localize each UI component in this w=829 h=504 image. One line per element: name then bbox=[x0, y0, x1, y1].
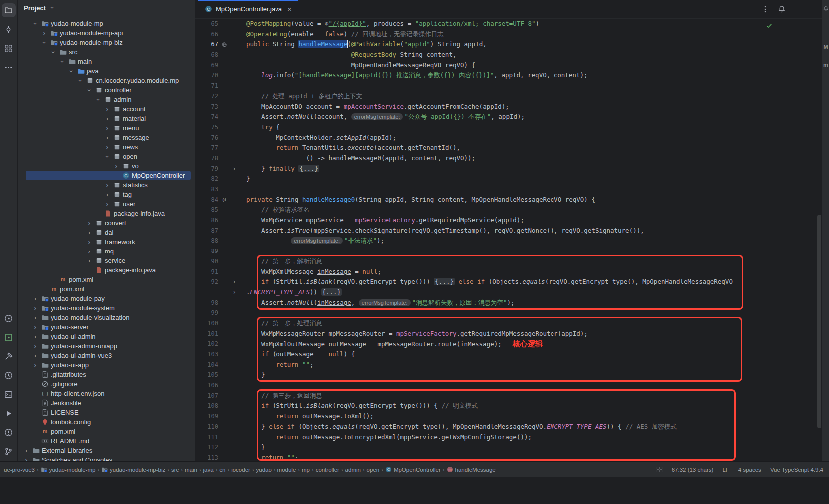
tree-item-yudao-ui-app[interactable]: ›yudao-ui-app bbox=[18, 360, 195, 370]
line-number[interactable]: 92 bbox=[195, 277, 218, 287]
line-number[interactable]: 104 bbox=[195, 360, 218, 370]
tree-item-mpopencontroller[interactable]: CMpOpenController bbox=[18, 171, 195, 180]
tree-item-lombok-config[interactable]: lombok.config bbox=[18, 417, 195, 427]
code-line[interactable]: 75 try { bbox=[195, 122, 822, 133]
code-line[interactable]: 106 bbox=[195, 380, 822, 391]
breadcrumb-item[interactable]: CMpOpenController bbox=[385, 466, 441, 473]
collapse-icon[interactable]: › bbox=[68, 68, 75, 75]
expand-icon[interactable]: › bbox=[32, 333, 39, 340]
line-number[interactable]: 65 bbox=[195, 19, 218, 29]
commit-icon[interactable] bbox=[2, 22, 16, 36]
fold-marker-icon[interactable]: › bbox=[230, 277, 238, 287]
expand-icon[interactable]: › bbox=[32, 324, 39, 331]
code-line[interactable]: 110 } else if (Objects.equals(reqVO.getE… bbox=[195, 422, 822, 432]
line-number[interactable]: 89 bbox=[195, 246, 218, 256]
expand-icon[interactable]: › bbox=[86, 229, 93, 236]
expand-icon[interactable]: › bbox=[32, 343, 39, 350]
chevron-down-icon[interactable]: › bbox=[49, 4, 56, 11]
breadcrumb-item[interactable]: ue-pro-vue3 bbox=[4, 467, 35, 473]
expand-icon[interactable]: › bbox=[32, 362, 39, 369]
more-options-icon[interactable] bbox=[761, 5, 769, 15]
line-number[interactable]: 101 bbox=[195, 329, 218, 339]
code-line[interactable]: 100 // 第二步，处理消息 bbox=[195, 318, 822, 329]
project-icon[interactable] bbox=[2, 3, 16, 17]
line-number[interactable]: 91 bbox=[195, 267, 218, 277]
code-line[interactable]: 107 // 第三步，返回消息 bbox=[195, 391, 822, 401]
tree-item-yudao-server[interactable]: ›yudao-server bbox=[18, 322, 195, 332]
tree-item-yudao-ui-admin[interactable]: ›yudao-ui-admin bbox=[18, 332, 195, 341]
tree-item-convert[interactable]: ›convert bbox=[18, 218, 195, 228]
tree-item-yudao-module-mp[interactable]: ›yudao-module-mp bbox=[18, 19, 195, 28]
line-number[interactable]: 87 bbox=[195, 226, 218, 236]
expand-icon[interactable]: › bbox=[104, 191, 111, 198]
expand-icon[interactable]: › bbox=[104, 134, 111, 141]
editor-body[interactable]: 65@PostMapping(value = ⊕"/{appId}", prod… bbox=[195, 19, 822, 461]
breadcrumb-item[interactable]: open bbox=[367, 467, 380, 473]
line-number[interactable]: 84 bbox=[195, 195, 218, 205]
line-number[interactable]: 68 bbox=[195, 50, 218, 60]
code-line[interactable]: 105 } bbox=[195, 370, 822, 380]
line-number[interactable]: 78 bbox=[195, 153, 218, 164]
notifications-bell-icon[interactable] bbox=[822, 6, 829, 13]
code-line[interactable]: 66@OperateLog(enable = false) // 回调地址，无需… bbox=[195, 29, 822, 40]
expand-icon[interactable]: › bbox=[113, 163, 120, 170]
collapse-icon[interactable]: › bbox=[104, 153, 111, 160]
code-line[interactable]: 89 bbox=[195, 246, 822, 256]
fold-marker-icon[interactable]: › bbox=[230, 287, 238, 298]
code-line[interactable]: 73 MpAccountDO account = mpAccountServic… bbox=[195, 102, 822, 112]
tree-item-tag[interactable]: ›tag bbox=[18, 190, 195, 199]
expand-icon[interactable]: › bbox=[32, 352, 39, 359]
tree-item-dal[interactable]: ›dal bbox=[18, 228, 195, 237]
breadcrumb-item[interactable]: src bbox=[171, 467, 179, 473]
code-line[interactable]: 70 log.info("[handleMessage][appId({}) 推… bbox=[195, 70, 822, 81]
code-line[interactable]: 86 WxMpService mppService = mpServiceFac… bbox=[195, 215, 822, 226]
code-line[interactable]: 87 Assert.isTrue(mppService.checkSignatu… bbox=[195, 226, 822, 236]
code-line[interactable]: 85 // 校验请求签名 bbox=[195, 205, 822, 215]
code-line[interactable]: ›.ENCRYPT_TYPE_AES)) {...} bbox=[195, 287, 822, 298]
tree-item--gitignore[interactable]: .gitignore bbox=[18, 379, 195, 389]
code-line[interactable]: 72 // 处理 appId + 多租户的上下文 bbox=[195, 91, 822, 102]
breadcrumb-item[interactable]: java bbox=[203, 467, 214, 473]
line-number[interactable]: 90 bbox=[195, 256, 218, 267]
tree-item-message[interactable]: ›message bbox=[18, 133, 195, 142]
tree-item-mq[interactable]: ›mq bbox=[18, 247, 195, 256]
breadcrumb-item[interactable]: iocoder bbox=[231, 467, 250, 473]
tree-item-yudao-ui-admin-vue3[interactable]: ›yudao-ui-admin-vue3 bbox=[18, 351, 195, 360]
breadcrumb-item[interactable]: yudao-module-mp bbox=[41, 466, 96, 473]
gutter-mark-icon[interactable]: @ bbox=[218, 195, 230, 205]
tree-item-readme-md[interactable]: README.md bbox=[18, 436, 195, 446]
breadcrumb-item[interactable]: admin bbox=[345, 467, 361, 473]
tree-item-package-info-java[interactable]: package-info.java bbox=[18, 209, 195, 218]
code-line[interactable]: 104 return ""; bbox=[195, 360, 822, 370]
code-line[interactable]: 74 Assert.notNull(account, errorMsgTempl… bbox=[195, 112, 822, 122]
code-line[interactable]: 84@private String handleMessage0(String … bbox=[195, 195, 822, 205]
editor-tab[interactable]: C MpOpenController.java × bbox=[198, 0, 298, 19]
tree-item-yudao-module-visualization[interactable]: ›yudao-module-visualization bbox=[18, 313, 195, 322]
code-line[interactable]: 111 return outMessage.toEncryptedXml(mpp… bbox=[195, 432, 822, 443]
gradle-tool-icon[interactable]: m bbox=[822, 62, 829, 68]
code-line[interactable]: 91 WxMpXmlMessage inMessage = null; bbox=[195, 267, 822, 277]
history-icon[interactable] bbox=[2, 368, 16, 382]
tree-item-service[interactable]: ›service bbox=[18, 256, 195, 265]
line-number[interactable]: 82 bbox=[195, 174, 218, 184]
line-number[interactable]: 66 bbox=[195, 29, 218, 40]
breadcrumb-item[interactable]: module bbox=[277, 467, 296, 473]
expand-icon[interactable]: › bbox=[104, 201, 111, 208]
build-icon[interactable] bbox=[2, 349, 16, 363]
line-number[interactable]: 111 bbox=[195, 432, 218, 443]
tree-item-pom-xml[interactable]: mpom.xml bbox=[18, 275, 195, 284]
line-number[interactable]: 99 bbox=[195, 308, 218, 318]
line-number[interactable]: 109 bbox=[195, 411, 218, 422]
tree-item-framework[interactable]: ›framework bbox=[18, 237, 195, 247]
tree-item-license[interactable]: LICENSE bbox=[18, 408, 195, 417]
line-number[interactable]: 103 bbox=[195, 349, 218, 360]
line-number[interactable]: 74 bbox=[195, 112, 218, 122]
tree-item-statistics[interactable]: ›statistics bbox=[18, 180, 195, 190]
tree-item-menu[interactable]: ›menu bbox=[18, 123, 195, 133]
tree-item-yudao-module-mp-api[interactable]: ›yudao-module-mp-api bbox=[18, 28, 195, 38]
endpoint-gutter-icon[interactable] bbox=[218, 39, 230, 50]
inspections-ok-icon[interactable] bbox=[765, 22, 773, 31]
tree-item--gitattributes[interactable]: .gitattributes bbox=[18, 370, 195, 379]
tree-item-news[interactable]: ›news bbox=[18, 142, 195, 152]
code-line[interactable]: 92› if (StrUtil.isBlank(reqVO.getEncrypt… bbox=[195, 277, 822, 287]
